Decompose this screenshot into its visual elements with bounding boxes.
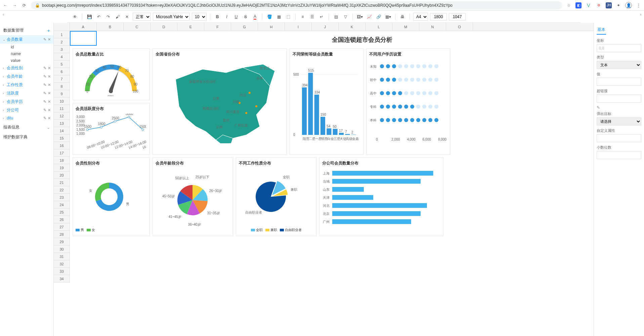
size-select[interactable]: 10 bbox=[192, 13, 207, 21]
align-v-icon[interactable]: ☰ bbox=[308, 13, 316, 21]
target-select[interactable]: 请选择 bbox=[597, 117, 641, 125]
row-header[interactable]: 30 bbox=[54, 246, 70, 253]
align-h-icon[interactable]: ≡ bbox=[299, 13, 306, 21]
undo-icon[interactable]: ↶ bbox=[95, 13, 102, 21]
collapse-right-icon[interactable]: › bbox=[637, 11, 644, 23]
col-header[interactable]: C bbox=[124, 23, 151, 31]
edit-icon[interactable]: ✎ bbox=[43, 91, 46, 96]
row-header[interactable]: 6 bbox=[54, 68, 70, 75]
row-header[interactable]: 2 bbox=[54, 38, 70, 46]
chart-map[interactable]: 全国省份分布 黑龙江吉林 新疆维吾尔自治区甘肃 西藏自治区河北 bbox=[153, 48, 287, 155]
row-header[interactable]: 13 bbox=[54, 120, 70, 127]
back-icon[interactable]: ← bbox=[3, 3, 8, 8]
col-header[interactable]: A bbox=[70, 23, 97, 31]
merge-icon[interactable]: ⬚ bbox=[285, 13, 292, 21]
col-header[interactable]: M bbox=[392, 23, 419, 31]
underline-icon[interactable]: U bbox=[232, 13, 240, 21]
pencil-icon[interactable]: ✎ bbox=[597, 105, 641, 110]
coord-input[interactable] bbox=[597, 44, 641, 52]
reload-icon[interactable]: ⟳ bbox=[22, 3, 27, 8]
width-input[interactable] bbox=[430, 13, 447, 21]
col-header[interactable]: O bbox=[446, 23, 473, 31]
preview-icon[interactable]: 👁 bbox=[71, 13, 79, 21]
dataset-item[interactable]: ›会员学历✎✕ bbox=[0, 98, 53, 106]
row-header[interactable]: 3 bbox=[54, 46, 70, 53]
row-header[interactable]: 22 bbox=[54, 186, 70, 194]
dataset-item[interactable]: ›会员年龄✎✕ bbox=[0, 72, 53, 81]
font-color-icon[interactable]: A bbox=[251, 13, 259, 21]
menu-icon[interactable]: ⋮ bbox=[636, 3, 641, 8]
tab-basic[interactable]: 基本 bbox=[597, 26, 606, 35]
paper-select[interactable]: A4 bbox=[413, 13, 428, 21]
chart-branch[interactable]: 分公司会员数量分布 上海当地山东天津河北北京广州 bbox=[319, 157, 443, 236]
row-header[interactable]: 9 bbox=[54, 90, 70, 98]
row-header[interactable]: 28 bbox=[54, 231, 70, 238]
dataset-item[interactable]: ›工作性质✎✕ bbox=[0, 81, 53, 89]
clear-format-icon[interactable]: ✕ bbox=[123, 13, 131, 21]
row-header[interactable]: 15 bbox=[54, 135, 70, 142]
chart-gender[interactable]: 会员性别分布 男女 男 女 bbox=[73, 157, 150, 236]
row-header[interactable]: 23 bbox=[54, 194, 70, 201]
chart-honor[interactable]: 不同荣衔等级会员数量 0500394陆营515二星334一星150明星54白金5… bbox=[290, 48, 363, 155]
decimal-input[interactable] bbox=[597, 151, 641, 159]
wrap-icon[interactable]: ↵ bbox=[318, 13, 325, 21]
dataset-item[interactable]: ›分公司✎✕ bbox=[0, 106, 53, 114]
height-input[interactable] bbox=[449, 13, 466, 21]
chart-work[interactable]: 不同工作性质分布 全职兼职自由职业者 全职 兼职 自由职业者 bbox=[236, 157, 316, 236]
row-header[interactable]: 10 bbox=[54, 98, 70, 105]
field-item[interactable]: id bbox=[0, 44, 53, 50]
row-header[interactable]: 5 bbox=[54, 61, 70, 68]
dataset-item[interactable]: ⌄会员数量✎✕ bbox=[0, 35, 53, 44]
print-icon[interactable]: 🖶 bbox=[399, 13, 406, 21]
col-header[interactable]: I bbox=[285, 23, 312, 31]
row-header[interactable]: 17 bbox=[54, 149, 70, 157]
col-header[interactable]: B bbox=[97, 23, 124, 31]
dataset-item[interactable]: ›活跃度✎✕ bbox=[0, 89, 53, 98]
close-icon[interactable]: ✕ bbox=[48, 116, 51, 120]
edit-icon[interactable]: ✎ bbox=[43, 37, 46, 42]
row-header[interactable]: 33 bbox=[54, 268, 70, 275]
col-header[interactable]: H bbox=[258, 23, 285, 31]
chart-activity[interactable]: 会员活跃度分布 1,0001,5002,0002,5003,0001500180… bbox=[73, 103, 150, 155]
row-header[interactable]: 16 bbox=[54, 142, 70, 149]
dict-link[interactable]: 维护数据字典 bbox=[0, 132, 53, 141]
row-header[interactable]: 31 bbox=[54, 253, 70, 260]
ext-icon-1[interactable]: ◧ bbox=[575, 2, 582, 8]
chart-icon[interactable]: 📈 bbox=[366, 13, 373, 21]
close-icon[interactable]: ✕ bbox=[48, 91, 51, 96]
col-header[interactable]: G bbox=[231, 23, 258, 31]
close-icon[interactable]: ✕ bbox=[48, 74, 51, 79]
row-header[interactable]: 24 bbox=[54, 201, 70, 209]
col-header[interactable]: N bbox=[419, 23, 446, 31]
canvas[interactable]: ABCDEFGHIJKLMNO 全国连锁超市会员分析 会员总数量占比 bbox=[54, 23, 594, 336]
row-header[interactable]: 14 bbox=[54, 127, 70, 135]
save-icon[interactable]: 💾 bbox=[86, 13, 93, 21]
row-header[interactable]: 34 bbox=[54, 275, 70, 283]
row-header[interactable]: 21 bbox=[54, 179, 70, 186]
value-input[interactable] bbox=[597, 78, 641, 86]
edit-icon[interactable]: ✎ bbox=[43, 83, 46, 87]
puzzle-icon[interactable]: ✦ bbox=[616, 3, 621, 8]
close-icon[interactable]: ✕ bbox=[48, 83, 51, 87]
field-item[interactable]: value bbox=[0, 57, 53, 64]
chart-edu[interactable]: 不同用户学历设置 未知初中高中专科本科02,0004,0006,0008,000 bbox=[366, 48, 450, 155]
border-icon[interactable]: ▦ bbox=[275, 13, 283, 21]
row-header[interactable]: 12 bbox=[54, 112, 70, 120]
row-header[interactable]: 32 bbox=[54, 260, 70, 268]
qr-icon[interactable]: ▦▾ bbox=[384, 13, 392, 21]
row-header[interactable]: 29 bbox=[54, 238, 70, 246]
col-header[interactable]: K bbox=[339, 23, 366, 31]
link-icon[interactable]: 🔗 bbox=[375, 13, 382, 21]
edit-icon[interactable]: ✎ bbox=[43, 74, 46, 79]
profile-icon[interactable]: 👤 bbox=[625, 2, 632, 9]
ext-icon-3[interactable]: ⚙ bbox=[596, 2, 602, 8]
type-select[interactable]: 文本 bbox=[597, 61, 641, 69]
row-header[interactable]: 26 bbox=[54, 216, 70, 223]
close-icon[interactable]: ✕ bbox=[48, 66, 51, 70]
col-header[interactable]: L bbox=[366, 23, 392, 31]
edit-icon[interactable]: ✎ bbox=[43, 100, 46, 104]
field-item[interactable]: name bbox=[0, 50, 53, 57]
italic-icon[interactable]: I bbox=[223, 13, 230, 21]
style-select[interactable]: 正常 bbox=[133, 13, 151, 21]
row-header[interactable]: 19 bbox=[54, 164, 70, 172]
